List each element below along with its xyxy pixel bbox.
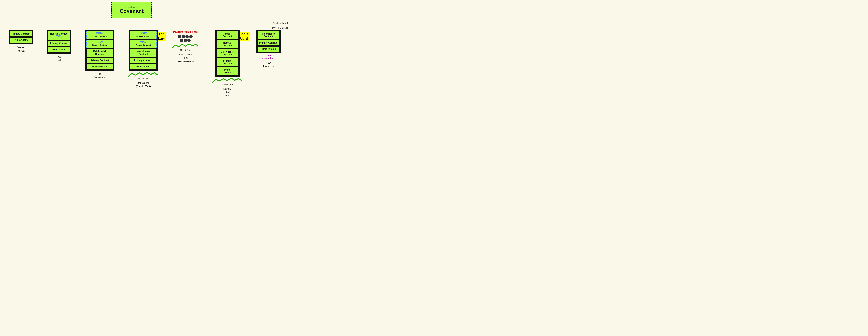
card-prime-axioms-postfall: Prime Axioms — [48, 47, 70, 53]
physical-level-label: Physical Level — [272, 26, 288, 29]
col-label-newjer: NewJerusalem — [263, 61, 274, 68]
jesus-label-jer: [Jesus] — [140, 41, 146, 44]
stone-2 — [182, 35, 185, 38]
stack-pre-jerusalem: Levitical Israeli Contract [Jesus] Rescu… — [85, 30, 115, 71]
card-rescue-contract-rebuilt: RescueContract — [216, 40, 239, 49]
card-melchizedek-newjer: MelchizedekContract — [257, 31, 280, 39]
levitical-label-jer: Levitical — [140, 32, 147, 35]
stack-jerusalem: Levitical Israeli Contract [Jesus] Rescu… — [129, 30, 158, 71]
level-divider — [0, 25, 289, 25]
mount-zion-rebuilt: Mount Zion — [212, 77, 242, 86]
spiritual-level-label: Spiritual Level — [272, 22, 288, 25]
stones-container — [177, 35, 194, 42]
col-label-garden: GardenAnnex — [17, 45, 25, 53]
fallen-tent-text: David's fallen Tent — [173, 30, 198, 34]
column-new-jerusalem: MelchizedekContract Primary Contract Pri… — [256, 30, 281, 68]
column-davids-fallen: David's fallen Tent Mount Zion David's f… — [172, 30, 198, 63]
jesus-label-prejer: [Jesus] — [97, 41, 103, 44]
card-israeli-contract-jer: Levitical Israeli Contract — [130, 31, 157, 39]
card-prime-axioms-rebuilt: PrimeAxioms — [216, 67, 239, 75]
card-rescue-contract-jer: [Jesus] Rescue Contract — [130, 40, 157, 48]
card-melchizedek-rebuilt: MelchizedekContract — [216, 49, 239, 58]
stack-rebuilt: IsraeliContract RescueContract Melchized… — [215, 30, 240, 77]
column-davids-rebuilt: IsraeliContract RescueContract Melchized… — [212, 30, 242, 97]
stack-garden-annex: Primary Contract Prime Axioms — [9, 30, 33, 44]
card-primary-contract-jer: Primary Contract — [130, 58, 157, 63]
card-primary-contract-postfall: Primary Contract — [48, 40, 70, 46]
card-rescue-contract-postfall: Rescue Contract [Jesus] — [48, 31, 70, 40]
columns-container: Primary Contract Prime Axioms GardenAnne… — [0, 30, 289, 97]
card-prime-axioms-prejer: Prime Axioms — [86, 64, 113, 69]
stone-3 — [185, 35, 189, 38]
card-prime-axioms-newjer: Prime Axioms — [257, 46, 280, 52]
card-israeli-contract-rebuilt: IsraeliContract — [216, 31, 239, 39]
mount-zion-label-rebuilt: Mount Zion — [212, 83, 242, 86]
covenant-box: << abstract >> Covenant — [111, 1, 152, 19]
stack-new-jerusalem: MelchizedekContract Primary Contract Pri… — [256, 30, 281, 53]
new-jerusalem-purple-label: NewJerusalem — [262, 54, 274, 60]
stack-post-fall: Rescue Contract [Jesus] Primary Contract… — [47, 30, 71, 54]
card-primary-contract-prejer: Primary Contract — [86, 58, 113, 63]
levitical-label-prejer: Levitical — [96, 32, 103, 35]
col-label-rebuilt: David'srebuiltTent — [223, 87, 231, 97]
column-pre-jerusalem: Levitical Israeli Contract [Jesus] Rescu… — [85, 30, 115, 79]
card-prime-axioms-jer: Prime Axioms — [130, 64, 157, 69]
col-label-fallen: David's fallenTent(New covenant) — [177, 53, 194, 63]
stone-4 — [189, 35, 193, 38]
stone-6 — [184, 39, 187, 42]
jesus-label-postfall: [Jesus] — [56, 35, 62, 38]
card-primary-contract-newjer: Primary Contract — [257, 40, 280, 45]
stone-1 — [178, 35, 181, 38]
column-garden-annex: Primary Contract Prime Axioms GardenAnne… — [9, 30, 33, 53]
mount-zion-fallen: Mount Zion — [172, 43, 198, 51]
col-label-prejer: Pre-Jerusalem — [94, 72, 105, 79]
stone-5 — [180, 39, 183, 42]
card-melchizedek-prejer: MelchizedekContract — [86, 49, 113, 57]
column-post-fall: Rescue Contract [Jesus] Primary Contract… — [47, 30, 71, 62]
stone-7 — [187, 39, 191, 42]
card-primary-contract-rebuilt: PrimaryContract — [216, 58, 239, 66]
mount-zion-label-jerusalem: Mount Zion — [128, 78, 158, 80]
col-label-jerusalem: Jerusalem(David's Tent) — [136, 81, 151, 88]
card-rescue-contract-prejer: [Jesus] Rescue Contract — [86, 40, 113, 48]
card-primary-contract-garden: Primary Contract — [10, 31, 32, 37]
column-jerusalem: Levitical Israeli Contract [Jesus] Rescu… — [128, 30, 158, 88]
mount-zion-label-fallen: Mount Zion — [172, 49, 198, 51]
card-prime-axioms-garden: Prime Axioms — [10, 37, 32, 43]
mount-zion-jerusalem: Mount Zion — [128, 71, 158, 80]
covenant-abstract-label: << abstract >> — [125, 6, 138, 8]
covenant-title: Covenant — [120, 8, 144, 14]
col-label-postfall: Post-fall — [56, 55, 62, 62]
card-israeli-contract-prejer: Levitical Israeli Contract — [86, 31, 113, 39]
card-melchizedek-jer: MelchizedekContract — [130, 49, 157, 57]
